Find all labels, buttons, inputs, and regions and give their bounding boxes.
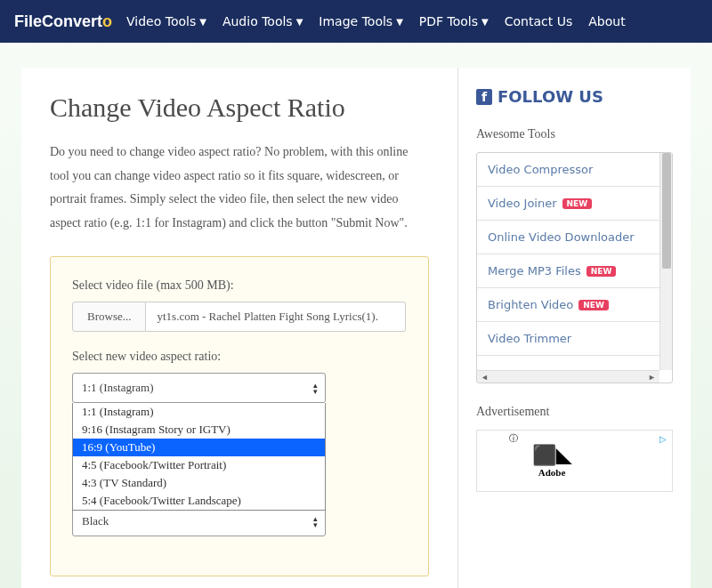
new-badge: NEW bbox=[562, 198, 593, 209]
nav-pdf-tools[interactable]: PDF Tools▼ bbox=[419, 14, 489, 28]
new-badge: NEW bbox=[578, 300, 609, 310]
file-name-display: yt1s.com - Rachel Platten Fight Song Lyr… bbox=[146, 302, 406, 332]
file-input-row: Browse... yt1s.com - Rachel Platten Figh… bbox=[72, 302, 406, 332]
pad-color-button[interactable]: Black ▴▾ bbox=[72, 506, 326, 536]
aspect-ratio-select[interactable]: 1:1 (Instagram) ▴▾ 1:1 (Instagram) 9:16 … bbox=[72, 373, 326, 403]
nav-video-tools[interactable]: Video Tools▼ bbox=[126, 14, 206, 28]
tool-video-compressor[interactable]: Video Compressor bbox=[477, 153, 659, 187]
ratio-option-1-1[interactable]: 1:1 (Instagram) bbox=[73, 403, 325, 421]
tool-video-trimmer[interactable]: Video Trimmer bbox=[477, 322, 659, 356]
facebook-icon: f bbox=[476, 89, 492, 105]
advertisement[interactable]: ⓘ ▷ ⬛◣ Adobe bbox=[476, 430, 673, 492]
ad-section-title: Advertisement bbox=[476, 405, 673, 419]
aspect-ratio-button[interactable]: 1:1 (Instagram) ▴▾ bbox=[72, 373, 326, 403]
page-description: Do you need to change video aspect ratio… bbox=[50, 141, 429, 235]
main-column: Change Video Aspect Ratio Do you need to… bbox=[21, 68, 457, 588]
vertical-scrollbar[interactable] bbox=[659, 153, 672, 370]
nav-contact-us[interactable]: Contact Us bbox=[505, 14, 572, 28]
scroll-right-icon: ► bbox=[648, 373, 656, 382]
chevron-down-icon: ▼ bbox=[396, 17, 403, 27]
select-spinner-icon: ▴▾ bbox=[313, 516, 318, 528]
ratio-label: Select new video aspect ratio: bbox=[72, 350, 407, 364]
tools-section-title: Awesome Tools bbox=[476, 127, 673, 141]
ratio-option-5-4[interactable]: 5:4 (Facebook/Twitter Landscape) bbox=[73, 492, 325, 510]
tool-merge-mp3[interactable]: Merge MP3 FilesNEW bbox=[477, 254, 659, 288]
file-label: Select video file (max 500 MB): bbox=[72, 278, 407, 293]
sidebar: f FOLLOW US Awesome Tools Video Compress… bbox=[457, 68, 691, 588]
conversion-form: Select video file (max 500 MB): Browse..… bbox=[50, 256, 429, 576]
tool-online-video-downloader[interactable]: Online Video Downloader bbox=[477, 221, 659, 254]
nav-items: Video Tools▼ Audio Tools▼ Image Tools▼ P… bbox=[126, 14, 626, 28]
tools-list: Video Compressor Video JoinerNEW Online … bbox=[476, 152, 673, 383]
scrollbar-thumb[interactable] bbox=[662, 153, 671, 269]
logo[interactable]: FileConverto bbox=[14, 12, 112, 31]
adobe-logo: ⬛◣ Adobe bbox=[532, 444, 571, 478]
browse-button[interactable]: Browse... bbox=[72, 302, 146, 332]
new-badge: NEW bbox=[587, 266, 617, 277]
chevron-down-icon: ▼ bbox=[481, 17, 489, 27]
follow-us-link[interactable]: f FOLLOW US bbox=[476, 87, 673, 106]
ratio-option-4-5[interactable]: 4:5 (Facebook/Twitter Portrait) bbox=[73, 456, 325, 474]
content: Change Video Aspect Ratio Do you need to… bbox=[0, 43, 712, 588]
chevron-down-icon: ▼ bbox=[199, 17, 206, 27]
nav-audio-tools[interactable]: Audio Tools▼ bbox=[222, 14, 303, 28]
ad-choices-icon: ▷ bbox=[659, 434, 667, 444]
chevron-down-icon: ▼ bbox=[296, 17, 303, 27]
ratio-option-16-9[interactable]: 16:9 (YouTube) bbox=[73, 439, 325, 456]
nav-image-tools[interactable]: Image Tools▼ bbox=[319, 14, 403, 28]
nav-about[interactable]: About bbox=[588, 14, 625, 28]
scroll-left-icon: ◄ bbox=[481, 373, 489, 382]
pad-color-select[interactable]: Black ▴▾ bbox=[72, 506, 326, 536]
horizontal-scrollbar[interactable]: ◄ ► bbox=[477, 370, 659, 383]
tool-brighten-video[interactable]: Brighten VideoNEW bbox=[477, 288, 659, 322]
ratio-option-4-3[interactable]: 4:3 (TV Standard) bbox=[73, 474, 325, 492]
page-title: Change Video Aspect Ratio bbox=[50, 93, 429, 123]
tool-video-joiner[interactable]: Video JoinerNEW bbox=[477, 187, 659, 221]
advertisement-section: Advertisement ⓘ ▷ ⬛◣ Adobe bbox=[476, 405, 673, 492]
select-spinner-icon: ▴▾ bbox=[313, 383, 318, 394]
ad-info-icon: ⓘ bbox=[509, 432, 518, 445]
navbar: FileConverto Video Tools▼ Audio Tools▼ I… bbox=[0, 0, 712, 43]
aspect-ratio-dropdown: 1:1 (Instagram) 9:16 (Instagram Story or… bbox=[72, 403, 326, 511]
ratio-option-9-16[interactable]: 9:16 (Instagram Story or IGTV) bbox=[73, 421, 325, 439]
